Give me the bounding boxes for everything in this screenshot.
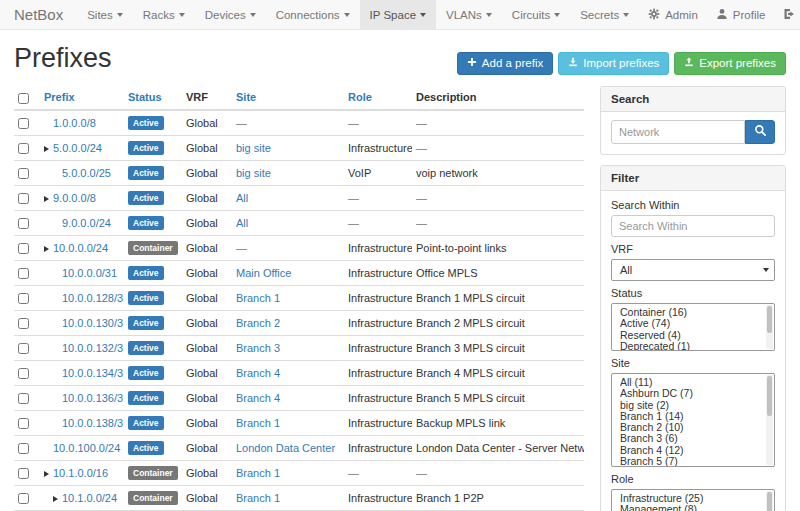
prefix-link[interactable]: 5.0.0.0/24: [53, 142, 102, 154]
row-checkbox[interactable]: [18, 118, 29, 129]
prefix-link[interactable]: 10.0.0.0/31: [62, 267, 117, 279]
row-checkbox[interactable]: [18, 193, 29, 204]
row-checkbox[interactable]: [18, 168, 29, 179]
prefix-link[interactable]: 10.0.0.134/31: [62, 367, 124, 379]
listbox-option[interactable]: Infrastructure (25): [620, 493, 764, 504]
site-link[interactable]: Branch 1: [236, 492, 280, 504]
vrf-select[interactable]: All: [611, 259, 775, 281]
row-select-cell: [14, 310, 40, 335]
site-link[interactable]: Branch 4: [236, 392, 280, 404]
listbox-option[interactable]: Branch 4 (12): [620, 445, 764, 456]
listbox-option[interactable]: Branch 2 (10): [620, 422, 764, 433]
listbox-option[interactable]: Branch 3 (6): [620, 433, 764, 444]
site-listbox[interactable]: All (11)Ashburn DC (7)big site (2)Branch…: [611, 373, 775, 467]
role-label: Role: [611, 473, 775, 486]
select-all-checkbox[interactable]: [18, 93, 29, 104]
col-site[interactable]: Site: [232, 86, 344, 110]
role-listbox[interactable]: Infrastructure (25)Management (8)Private…: [611, 489, 775, 511]
expand-arrow-icon[interactable]: [53, 496, 58, 502]
row-checkbox[interactable]: [18, 443, 29, 454]
col-prefix[interactable]: Prefix: [40, 86, 124, 110]
prefix-link[interactable]: 10.0.0.0/24: [53, 242, 108, 254]
prefix-link[interactable]: 10.0.0.128/31: [62, 292, 124, 304]
prefix-link[interactable]: 10.0.100.0/24: [53, 442, 120, 454]
prefix-link[interactable]: 10.1.0.0/24: [62, 492, 117, 504]
row-checkbox[interactable]: [18, 268, 29, 279]
nav-profile[interactable]: Profile: [707, 0, 775, 29]
prefix-link[interactable]: 10.0.0.132/31: [62, 342, 124, 354]
prefix-link[interactable]: 5.0.0.0/25: [62, 167, 111, 179]
export-prefixes-button[interactable]: Export prefixes: [674, 52, 786, 75]
prefix-link[interactable]: 9.0.0.0/8: [53, 192, 96, 204]
nav-item-circuits[interactable]: Circuits: [502, 0, 570, 29]
prefix-link[interactable]: 10.1.0.0/16: [53, 467, 108, 479]
nav-item-vlans[interactable]: VLANs: [436, 0, 502, 29]
search-input[interactable]: [611, 120, 745, 144]
row-checkbox[interactable]: [18, 493, 29, 504]
role-scrollbar[interactable]: [766, 491, 773, 511]
prefix-link[interactable]: 10.0.0.130/31: [62, 317, 124, 329]
nav-item-devices[interactable]: Devices: [195, 0, 266, 29]
listbox-option[interactable]: All (11): [620, 377, 764, 388]
prefix-link[interactable]: 1.0.0.0/8: [53, 117, 96, 129]
site-link[interactable]: big site: [236, 167, 271, 179]
navbar-brand[interactable]: NetBox: [14, 0, 63, 29]
row-checkbox[interactable]: [18, 143, 29, 154]
listbox-option[interactable]: Management (8): [620, 504, 764, 511]
listbox-option[interactable]: Container (16): [620, 307, 764, 318]
site-scrollbar[interactable]: [766, 375, 773, 465]
listbox-option[interactable]: Deprecated (1): [620, 341, 764, 351]
search-within-input[interactable]: [611, 215, 775, 237]
status-listbox[interactable]: Container (16)Active (74)Reserved (4)Dep…: [611, 303, 775, 351]
add-prefix-button[interactable]: Add a prefix: [457, 52, 553, 75]
nav-admin-label: Admin: [665, 9, 698, 21]
import-prefixes-button[interactable]: Import prefixes: [558, 52, 669, 75]
row-checkbox[interactable]: [18, 418, 29, 429]
site-link[interactable]: Branch 1: [236, 467, 280, 479]
listbox-option[interactable]: Active (74): [620, 318, 764, 329]
row-checkbox[interactable]: [18, 318, 29, 329]
expand-arrow-icon[interactable]: [44, 471, 49, 477]
site-link[interactable]: Main Office: [236, 267, 291, 279]
listbox-option[interactable]: Branch 1 (14): [620, 411, 764, 422]
row-checkbox[interactable]: [18, 393, 29, 404]
listbox-option[interactable]: big site (2): [620, 400, 764, 411]
site-link[interactable]: All: [236, 217, 248, 229]
expand-arrow-icon[interactable]: [44, 246, 49, 252]
row-checkbox[interactable]: [18, 218, 29, 229]
site-link[interactable]: big site: [236, 142, 271, 154]
site-link[interactable]: All: [236, 192, 248, 204]
row-checkbox[interactable]: [18, 468, 29, 479]
site-link[interactable]: Branch 2: [236, 317, 280, 329]
prefix-link[interactable]: 10.0.0.138/31: [62, 417, 124, 429]
row-checkbox[interactable]: [18, 293, 29, 304]
status-badge: Active: [128, 341, 164, 355]
status-scrollbar[interactable]: [766, 305, 773, 349]
expand-arrow-icon[interactable]: [44, 146, 49, 152]
listbox-option[interactable]: Reserved (4): [620, 330, 764, 341]
col-role[interactable]: Role: [344, 86, 412, 110]
listbox-option[interactable]: Ashburn DC (7): [620, 388, 764, 399]
nav-logout[interactable]: Log out: [774, 0, 800, 29]
site-link[interactable]: Branch 1: [236, 292, 280, 304]
col-status[interactable]: Status: [124, 86, 182, 110]
nav-item-connections[interactable]: Connections: [266, 0, 360, 29]
nav-item-ip-space[interactable]: IP Space: [360, 0, 436, 29]
search-button[interactable]: [745, 120, 775, 144]
prefix-link[interactable]: 10.0.0.136/31: [62, 392, 124, 404]
nav-admin[interactable]: Admin: [639, 0, 707, 29]
description-cell: Branch 5 MPLS circuit: [412, 385, 584, 410]
row-checkbox[interactable]: [18, 368, 29, 379]
site-link[interactable]: Branch 4: [236, 367, 280, 379]
nav-item-racks[interactable]: Racks: [133, 0, 195, 29]
site-link[interactable]: Branch 3: [236, 342, 280, 354]
site-link[interactable]: Branch 1: [236, 417, 280, 429]
site-link[interactable]: London Data Center: [236, 442, 335, 454]
row-checkbox[interactable]: [18, 243, 29, 254]
nav-item-secrets[interactable]: Secrets: [570, 0, 639, 29]
nav-item-sites[interactable]: Sites: [77, 0, 133, 29]
prefix-link[interactable]: 9.0.0.0/24: [62, 217, 111, 229]
row-checkbox[interactable]: [18, 343, 29, 354]
listbox-option[interactable]: Branch 5 (7): [620, 456, 764, 467]
expand-arrow-icon[interactable]: [44, 196, 49, 202]
